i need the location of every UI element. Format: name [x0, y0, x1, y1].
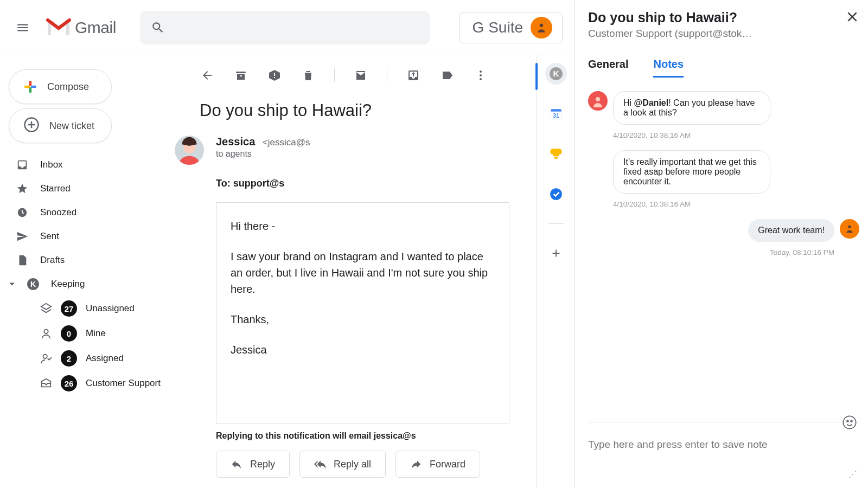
mark-unread-button[interactable]	[353, 68, 368, 83]
nav-keeping[interactable]: K Keeping	[0, 272, 169, 296]
panel-title: Do you ship to Hawaii?	[588, 10, 752, 25]
email-view: Do you ship to Hawaii? Jessica <jessica@…	[169, 55, 537, 488]
back-button[interactable]	[200, 68, 215, 83]
delete-button[interactable]	[301, 68, 316, 83]
main-menu-button[interactable]	[10, 15, 36, 41]
addon-keeping[interactable]: K	[545, 63, 567, 85]
email-toolbar	[169, 55, 531, 95]
reply-label: Reply	[250, 459, 275, 470]
new-ticket-button[interactable]: New ticket	[9, 108, 112, 143]
panel-tabs: General Notes	[588, 58, 859, 78]
new-ticket-label: New ticket	[49, 120, 94, 132]
addon-tasks[interactable]	[545, 183, 567, 205]
addon-calendar[interactable]: 31	[545, 103, 567, 125]
svg-text:K: K	[553, 69, 559, 78]
note-avatar	[588, 91, 608, 111]
email-actions: Reply Reply all Forward	[216, 451, 531, 478]
tab-general[interactable]: General	[588, 58, 628, 78]
note-item: Great work team!	[588, 219, 859, 242]
nav-snoozed[interactable]: Snoozed	[0, 201, 169, 224]
svg-point-11	[480, 78, 482, 80]
reply-button[interactable]: Reply	[216, 451, 290, 478]
mine-count: 0	[61, 325, 77, 342]
reply-all-icon	[314, 458, 326, 470]
compose-button[interactable]: Compose	[9, 69, 112, 104]
forward-button[interactable]: Forward	[395, 451, 480, 478]
addon-keep[interactable]	[545, 143, 567, 165]
subnav-unassigned[interactable]: 27 Unassigned	[24, 296, 169, 321]
svg-rect-2	[29, 87, 31, 93]
search-input[interactable]	[140, 11, 430, 44]
sender-avatar[interactable]	[175, 136, 204, 165]
reply-notification-note: Replying to this notification will email…	[216, 431, 531, 441]
note-timestamp: 4/10/2020, 10:38:16 AM	[613, 131, 859, 139]
archive-icon	[234, 69, 247, 82]
keeping-subnav: 27 Unassigned 0 Mine 2 Assigned	[0, 296, 169, 396]
gmail-wordmark: Gmail	[75, 18, 116, 37]
compose-label: Compose	[47, 81, 89, 93]
svg-rect-4	[31, 86, 36, 88]
svg-point-21	[596, 97, 600, 101]
unassigned-label: Unassigned	[86, 303, 135, 314]
gmail-header: Gmail G Suite	[0, 0, 575, 55]
gmail-m-icon	[46, 18, 72, 37]
gsuite-account-chip[interactable]: G Suite	[459, 12, 563, 43]
nav-inbox[interactable]: Inbox	[0, 153, 169, 177]
hamburger-icon	[16, 21, 30, 35]
more-button[interactable]	[473, 68, 488, 83]
move-to-inbox-icon	[407, 69, 420, 82]
mine-label: Mine	[86, 328, 106, 339]
note-bubble: Hi @Daniel! Can you please have a look a…	[613, 91, 770, 125]
subnav-mine[interactable]: 0 Mine	[24, 321, 169, 346]
panel-close-button[interactable]	[845, 10, 859, 26]
keeping-panel: Do you ship to Hawaii? Customer Support …	[575, 0, 868, 488]
email-greeting: Hi there -	[231, 218, 495, 234]
subnav-assigned[interactable]: 2 Assigned	[24, 346, 169, 371]
svg-point-20	[550, 188, 562, 200]
layers-icon	[40, 303, 52, 314]
reply-all-button[interactable]: Reply all	[299, 451, 386, 478]
inbox-icon	[16, 159, 28, 171]
nav-drafts[interactable]: Drafts	[0, 248, 169, 272]
nav-sent-label: Sent	[40, 231, 59, 242]
person-icon	[40, 328, 52, 339]
star-icon	[16, 183, 28, 195]
email-thanks: Thanks,	[231, 311, 495, 328]
email-subject: Do you ship to Hawaii?	[169, 95, 531, 136]
sender-meta: Jessica <jessica@s to agents	[216, 136, 310, 165]
svg-point-25	[851, 420, 852, 422]
subnav-support[interactable]: 26 Customer Support	[24, 371, 169, 396]
svg-rect-19	[554, 157, 558, 158]
note-item: Hi @Daniel! Can you please have a look a…	[588, 91, 859, 125]
assigned-label: Assigned	[86, 353, 124, 364]
notes-thread: Hi @Daniel! Can you please have a look a…	[588, 78, 859, 416]
resize-handle[interactable]: ⋰	[848, 469, 857, 479]
nav-inbox-label: Inbox	[40, 159, 63, 170]
note-input[interactable]	[588, 439, 859, 463]
unassigned-count: 27	[61, 300, 77, 317]
svg-rect-1	[29, 81, 31, 86]
nav-starred-label: Starred	[40, 183, 71, 194]
spam-button[interactable]	[267, 68, 282, 83]
close-icon	[845, 10, 859, 24]
labels-button[interactable]	[439, 68, 455, 83]
move-to-button[interactable]	[406, 68, 421, 83]
nav-list: Inbox Starred Snoozed Sent	[0, 153, 169, 396]
caret-down-icon	[9, 278, 15, 290]
gmail-logo[interactable]: Gmail	[46, 18, 116, 37]
mention[interactable]: @Daniel	[634, 98, 669, 107]
tab-notes[interactable]: Notes	[653, 58, 684, 78]
plus-icon	[550, 247, 562, 259]
nav-sent[interactable]: Sent	[0, 224, 169, 248]
more-vert-icon	[474, 69, 487, 82]
plus-circle-icon	[23, 117, 40, 135]
keeping-addon-icon: K	[549, 67, 563, 81]
person-check-icon	[40, 352, 52, 364]
nav-starred[interactable]: Starred	[0, 177, 169, 201]
search-icon	[151, 21, 165, 35]
email-main: I saw your brand on Instagram and I want…	[231, 248, 495, 297]
archive-button[interactable]	[233, 68, 248, 83]
emoji-button[interactable]	[840, 413, 859, 432]
addon-get-addons[interactable]	[545, 242, 567, 264]
toolbar-divider	[334, 68, 335, 82]
